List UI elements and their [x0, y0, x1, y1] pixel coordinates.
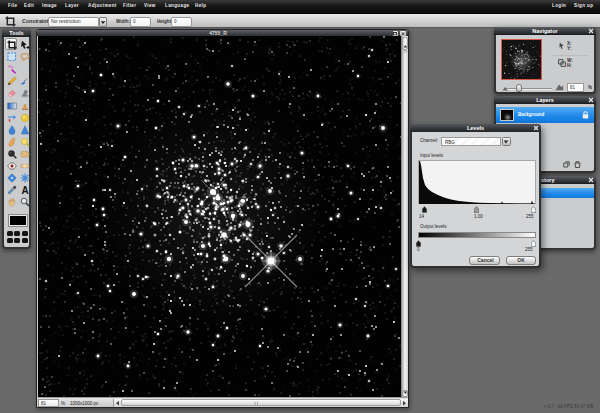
svg-text:A: A — [21, 185, 28, 195]
